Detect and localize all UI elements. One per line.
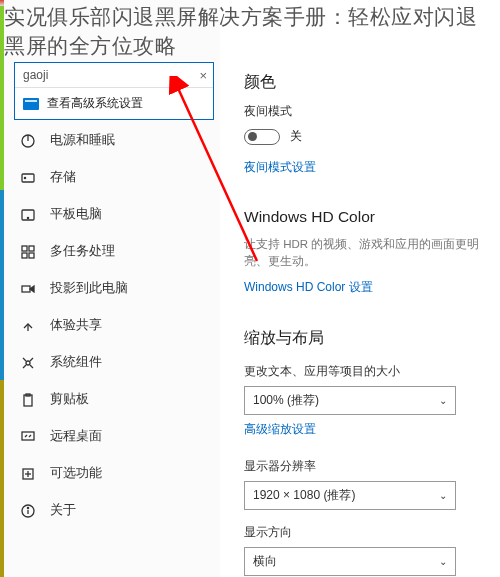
section-hd-title: Windows HD Color (244, 208, 500, 226)
search-box: × 查看高级系统设置 (14, 62, 214, 120)
toggle-knob (248, 132, 257, 141)
components-icon (20, 355, 36, 371)
svg-point-14 (26, 361, 30, 365)
nav-components[interactable]: 系统组件 (4, 344, 220, 381)
svg-point-23 (27, 507, 28, 508)
suggestion-text: 查看高级系统设置 (47, 95, 143, 112)
nav-clipboard[interactable]: 剪贴板 (4, 381, 220, 418)
nav-multitask[interactable]: 多任务处理 (4, 233, 220, 270)
nav-storage[interactable]: 存储 (4, 159, 220, 196)
night-settings-link[interactable]: 夜间模式设置 (244, 159, 316, 176)
resolution-select[interactable]: 1920 × 1080 (推荐)⌄ (244, 481, 456, 510)
section-color-title: 颜色 (244, 72, 500, 93)
nav-power-sleep[interactable]: 电源和睡眠 (4, 122, 220, 159)
nav-label: 关于 (50, 502, 76, 519)
nav-share[interactable]: 体验共享 (4, 307, 220, 344)
chevron-down-icon: ⌄ (439, 490, 447, 501)
remote-icon (20, 429, 36, 445)
nav-label: 存储 (50, 169, 76, 186)
nav-label: 电源和睡眠 (50, 132, 115, 149)
chevron-down-icon: ⌄ (439, 395, 447, 406)
section-scale-title: 缩放与布局 (244, 328, 500, 349)
sidebar: × 查看高级系统设置 电源和睡眠 存储 平板电脑 多任务处理 投影到此电脑 体验… (4, 0, 220, 577)
main-panel: 颜色 夜间模式 关 夜间模式设置 Windows HD Color 让支持 HD… (220, 0, 500, 577)
nav-optional[interactable]: 可选功能 (4, 455, 220, 492)
hd-settings-link[interactable]: Windows HD Color 设置 (244, 279, 373, 296)
resolution-label: 显示器分辨率 (244, 458, 500, 475)
optional-icon (20, 466, 36, 482)
orientation-label: 显示方向 (244, 524, 500, 541)
orientation-value: 横向 (253, 553, 277, 570)
search-input[interactable] (15, 63, 213, 87)
nav-label: 多任务处理 (50, 243, 115, 260)
svg-rect-12 (22, 286, 30, 292)
tablet-icon (20, 207, 36, 223)
multitask-icon (20, 244, 36, 260)
svg-rect-8 (22, 246, 27, 251)
power-icon (20, 133, 36, 149)
scale-adv-link[interactable]: 高级缩放设置 (244, 421, 316, 438)
svg-rect-10 (22, 253, 27, 258)
share-icon (20, 318, 36, 334)
svg-rect-17 (22, 432, 34, 440)
project-icon (20, 281, 36, 297)
nav-label: 剪贴板 (50, 391, 89, 408)
night-mode-toggle-row: 关 (244, 128, 500, 145)
nav-list: 电源和睡眠 存储 平板电脑 多任务处理 投影到此电脑 体验共享 系统组件 剪贴板… (4, 64, 220, 529)
toggle-state: 关 (290, 128, 302, 145)
storage-icon (20, 170, 36, 186)
nav-label: 体验共享 (50, 317, 102, 334)
svg-rect-11 (29, 253, 34, 258)
nav-tablet[interactable]: 平板电脑 (4, 196, 220, 233)
orientation-select[interactable]: 横向⌄ (244, 547, 456, 576)
about-icon (20, 503, 36, 519)
nav-label: 远程桌面 (50, 428, 102, 445)
scale-value: 100% (推荐) (253, 392, 319, 409)
svg-rect-9 (29, 246, 34, 251)
nav-about[interactable]: 关于 (4, 492, 220, 529)
article-title-overlay: 实况俱乐部闪退黑屏解决方案手册：轻松应对闪退黑屏的全方位攻略 (0, 0, 500, 61)
scale-label: 更改文本、应用等项目的大小 (244, 363, 500, 380)
night-mode-label: 夜间模式 (244, 103, 500, 120)
monitor-icon (23, 98, 39, 110)
svg-point-7 (27, 217, 28, 218)
nav-label: 平板电脑 (50, 206, 102, 223)
nav-project[interactable]: 投影到此电脑 (4, 270, 220, 307)
search-suggestion[interactable]: 查看高级系统设置 (15, 87, 213, 119)
scale-select[interactable]: 100% (推荐)⌄ (244, 386, 456, 415)
nav-remote[interactable]: 远程桌面 (4, 418, 220, 455)
clear-icon[interactable]: × (199, 68, 207, 83)
resolution-value: 1920 × 1080 (推荐) (253, 487, 355, 504)
settings-window: × 查看高级系统设置 电源和睡眠 存储 平板电脑 多任务处理 投影到此电脑 体验… (0, 0, 500, 577)
hd-description: 让支持 HDR 的视频、游戏和应用的画面更明亮、更生动。 (244, 236, 500, 271)
nav-label: 系统组件 (50, 354, 102, 371)
svg-point-5 (24, 177, 25, 178)
nav-label: 可选功能 (50, 465, 102, 482)
nav-label: 投影到此电脑 (50, 280, 128, 297)
night-mode-toggle[interactable] (244, 129, 280, 145)
chevron-down-icon: ⌄ (439, 556, 447, 567)
clipboard-icon (20, 392, 36, 408)
